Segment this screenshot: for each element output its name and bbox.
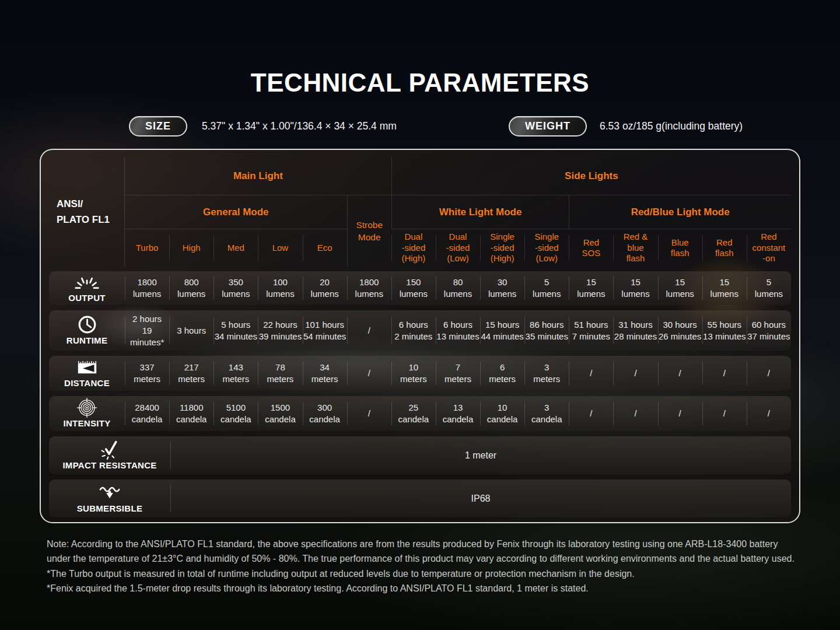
cell-line: 60 hours [752,319,786,331]
weight-badge-label: WEIGHT [525,120,570,132]
column-header-line: Eco [317,243,332,254]
cell-distance-10: / [569,356,613,391]
column-header: RedSOS [569,229,613,267]
column-header-line: (Low) [536,253,558,264]
column-header: Eco [303,229,347,267]
cell-runtime-14: 60 hours37 minutes [747,310,791,351]
cell-output-3: 100lumens [258,271,302,305]
cell-distance-6: 10meters [391,356,436,391]
cell-line: meters [312,373,338,385]
cell-line: lumens [310,288,338,300]
cell-line: 34 [320,362,330,373]
cell-line: 34 minutes [215,331,257,342]
cell-runtime-8: 15 hours44 minutes [480,310,524,351]
cell-line: 15 [631,276,640,288]
cell-line: 6 hours [443,319,473,331]
cell-intensity-8: 10candela [480,396,524,431]
note-paragraph: *The Turbo output is measured in total o… [47,566,798,581]
row-header: OUTPUT [49,271,125,305]
cell-distance-8: 6meters [480,356,524,391]
note-paragraph: Note: According to the ANSI/PLATO FL1 st… [47,537,798,566]
cell-line: / [723,368,726,379]
cell-runtime-2: 5 hours34 minutes [214,310,258,351]
cell-line: meters [178,373,205,385]
cell-intensity-7: 13candela [436,396,480,431]
cell-distance-0: 337meters [125,356,169,391]
row-runtime: RUNTIME2 hours19 minutes*3 hours5 hours3… [49,310,791,351]
size-badge: SIZE [129,116,187,136]
cell-line: 55 hours [708,319,741,331]
column-header: Redconstant-on [747,229,791,267]
cell-output-11: 15lumens [613,271,657,305]
cell-distance-12: / [658,356,702,391]
cell-line: 350 [229,276,243,288]
column-header-line: -sided [535,243,559,254]
cell-line: lumens [710,288,738,300]
cell-line: 150 [406,276,421,288]
cell-line: 5 [766,276,771,288]
cell-output-12: 15lumens [658,271,702,305]
row-label: SUBMERSIBLE [77,503,142,513]
cell-line: / [634,408,636,419]
weight-value: 6.53 oz/185 g(including battery) [600,120,743,132]
column-header-line: Red & [624,232,648,243]
cell-line: lumens [133,288,161,300]
cell-line: 3 [544,402,549,414]
cell-output-10: 15lumens [569,271,613,305]
column-header-line: flash [626,253,645,264]
cell-line: 3 hours [177,325,206,337]
impact-icon [99,441,120,459]
row-label: IMPACT RESISTANCE [62,460,156,470]
cell-line: 28400 [135,402,159,414]
cell-distance-4: 34meters [303,356,347,391]
row-header: RUNTIME [49,310,125,351]
cell-output-9: 5lumens [524,271,569,305]
size-badge-label: SIZE [145,120,171,132]
row-label: OUTPUT [68,293,105,303]
cell-line: 15 [586,276,596,288]
column-header: Turbo [125,229,169,267]
notes: Note: According to the ANSI/PLATO FL1 st… [47,537,798,596]
water-icon [98,484,121,502]
column-header-line: constant [752,243,786,254]
column-header: Single-sided(High) [480,229,524,267]
cell-line: candela [132,414,163,425]
cell-line: 10 [409,362,419,373]
column-header: Redflash [702,229,747,267]
cell-output-1: 800lumens [169,271,214,305]
cell-line: 20 [320,276,330,288]
cell-intensity-14: / [747,396,791,431]
cell-runtime-5: / [347,310,391,351]
cell-line: 1800 [359,276,379,288]
row-distance: DISTANCE337meters217meters143meters78met… [49,356,791,391]
column-header-line: Med [228,243,244,254]
strobe-mode-line: Strobe [356,219,383,231]
column-header-line: flash [671,248,690,259]
header-main-light: Main Light [125,157,391,195]
cell-runtime-3: 22 hours39 minutes [258,310,302,351]
column-header-line: -sided [491,243,514,254]
cell-output-7: 80lumens [436,271,480,305]
row-label: RUNTIME [66,335,107,345]
cell-intensity-1: 11800candela [169,396,214,431]
column-header-line: flash [715,248,734,259]
cell-line: meters [222,373,249,385]
note-paragraph: *Fenix acquired the 1.5-meter drop resul… [47,581,798,596]
cell-line: 39 minutes [259,331,302,342]
cell-line: 7 minutes [572,331,610,342]
cell-intensity-5: / [347,396,391,431]
column-header-line: Dual [449,232,467,243]
cell-line: 11800 [180,402,204,414]
cell-line: candela [309,414,340,425]
weight-spec: WEIGHT 6.53 oz/185 g(including battery) [509,116,743,136]
column-header-line: High [183,243,201,254]
cell-line: 13 [453,402,463,414]
cell-line: / [590,408,592,419]
cell-line: candela [443,414,474,425]
cell-output-5: 1800lumens [347,271,391,305]
column-header-line: Blue [671,237,689,249]
column-header-line: Red [761,232,777,243]
column-header-line: Dual [404,232,422,243]
cell-distance-14: / [747,356,791,391]
cell-line: / [368,325,370,337]
